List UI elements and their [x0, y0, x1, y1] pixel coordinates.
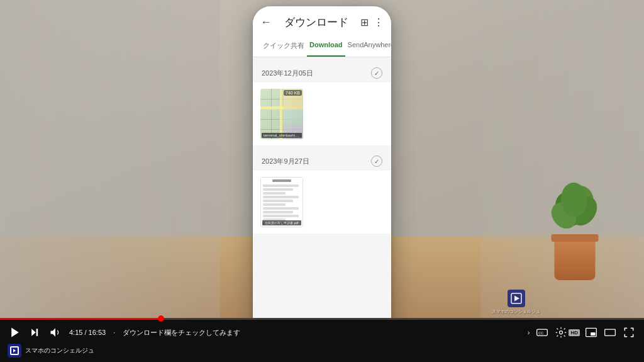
plant-decoration	[540, 173, 609, 280]
tab-send-anywhere[interactable]: SendAnywhere	[345, 36, 391, 57]
progress-filled	[0, 318, 161, 320]
video-title: ダウンロード欄をチェックしてみます	[123, 328, 520, 337]
date-section-2: 2023年9月27日 ✓	[253, 150, 391, 234]
more-options-icon[interactable]: ⋮	[374, 16, 384, 28]
file-size-badge: 740 KB	[284, 90, 302, 96]
miniplayer-button[interactable]	[584, 325, 599, 340]
channel-logo	[8, 344, 21, 358]
svg-rect-10	[591, 332, 596, 336]
blur-left	[0, 0, 220, 362]
time-total: 16:53	[89, 329, 106, 336]
title-expand-arrow[interactable]: ›	[528, 329, 530, 336]
watermark: スマホのコンシェルジュ	[492, 290, 540, 315]
file-thumbnail-map: 740 KB terminal_shinbashi.pdf	[260, 89, 303, 139]
fullscreen-button[interactable]	[621, 325, 636, 340]
right-controls: CC HD	[535, 325, 636, 340]
time-display: 4:15 / 16:53	[69, 329, 106, 336]
check-icon-2[interactable]: ✓	[371, 156, 382, 167]
svg-point-8	[560, 331, 563, 334]
tab-download[interactable]: Download	[307, 36, 345, 57]
svg-rect-11	[605, 329, 616, 336]
svg-marker-3	[31, 329, 36, 336]
doc-filename-label: 住民票の写し申請書.pdf	[262, 220, 301, 225]
channel-row: スマホのコンシェルジュ	[0, 344, 644, 358]
grid-view-icon[interactable]: ⊞	[360, 16, 369, 28]
settings-container: HD	[553, 325, 580, 340]
time-current: 4:15	[69, 329, 82, 336]
file-card-2[interactable]: 住民票の写し申請書.pdf	[253, 171, 391, 234]
date-section-1: 2023年12月05日 ✓	[253, 62, 391, 145]
map-filename-label: terminal_shinbashi.pdf	[262, 133, 302, 138]
captions-button[interactable]: CC	[535, 325, 550, 340]
back-button[interactable]: ←	[260, 16, 272, 29]
app-title: ダウンロード	[272, 15, 360, 30]
app-title-row: ← ダウンロード ⊞ ⋮	[260, 15, 384, 30]
tab-quick-share[interactable]: クイック共有	[260, 36, 307, 57]
header-icons: ⊞ ⋮	[360, 16, 384, 28]
svg-marker-2	[11, 328, 19, 337]
check-icon-1[interactable]: ✓	[371, 67, 382, 79]
channel-name: スマホのコンシェルジュ	[25, 346, 94, 355]
file-list: 2023年12月05日 ✓	[253, 57, 391, 325]
watermark-text: スマホのコンシェルジュ	[492, 308, 540, 315]
svg-rect-4	[36, 329, 38, 336]
theater-button[interactable]	[602, 325, 618, 340]
file-thumbnail-doc: 住民票の写し申請書.pdf	[260, 177, 303, 227]
date-header-2: 2023年9月27日 ✓	[253, 150, 391, 171]
settings-button[interactable]	[553, 325, 569, 340]
svg-text:CC: CC	[539, 331, 544, 335]
player-controls: 4:15 / 16:53 · ダウンロード欄をチェックしてみます › CC	[0, 320, 644, 344]
phone-frame: ← ダウンロード ⊞ ⋮ クイック共有 Download SendAnywher…	[253, 6, 391, 334]
title-separator: ·	[113, 329, 115, 336]
skip-button[interactable]	[28, 325, 43, 340]
watermark-icon	[508, 290, 525, 307]
file-card-1[interactable]: 740 KB terminal_shinbashi.pdf	[253, 82, 391, 145]
progress-bar[interactable]	[0, 318, 644, 320]
player-bar: 4:15 / 16:53 · ダウンロード欄をチェックしてみます › CC	[0, 318, 644, 362]
tab-bar: クイック共有 Download SendAnywhere	[260, 36, 384, 57]
svg-marker-5	[51, 328, 56, 336]
channel-logo-inner	[10, 346, 19, 355]
date-label-1: 2023年12月05日	[262, 69, 313, 78]
app-header: ← ダウンロード ⊞ ⋮ クイック共有 Download SendAnywher…	[253, 6, 391, 57]
phone-mockup: ← ダウンロード ⊞ ⋮ クイック共有 Download SendAnywher…	[253, 6, 391, 334]
progress-dot	[158, 315, 164, 322]
play-button[interactable]	[8, 325, 23, 340]
volume-button[interactable]	[48, 325, 63, 340]
svg-marker-1	[514, 296, 519, 302]
date-header-1: 2023年12月05日 ✓	[253, 62, 391, 82]
hd-badge: HD	[569, 329, 580, 336]
phone-screen: ← ダウンロード ⊞ ⋮ クイック共有 Download SendAnywher…	[253, 6, 391, 334]
date-label-2: 2023年9月27日	[262, 157, 309, 166]
